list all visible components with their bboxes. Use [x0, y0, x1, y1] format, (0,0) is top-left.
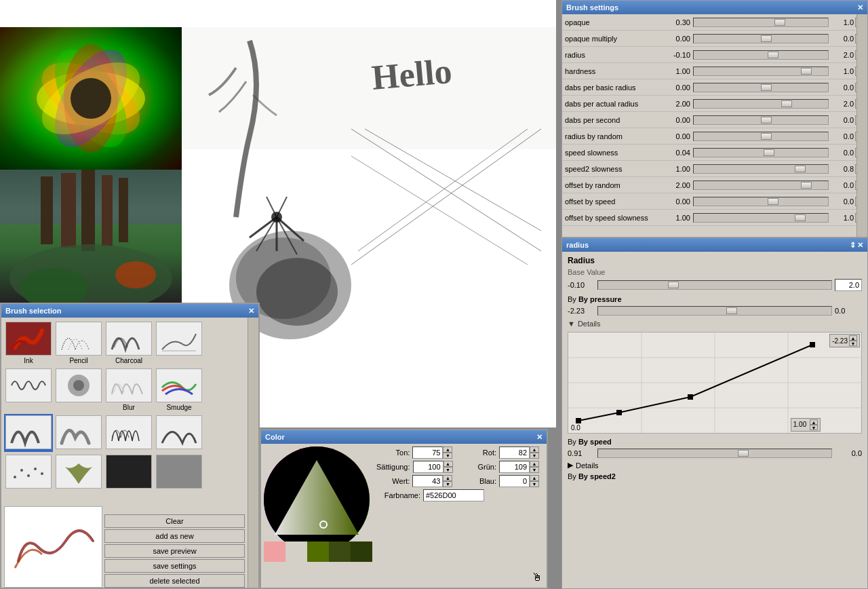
- wert-spin-up[interactable]: ▲: [443, 475, 452, 481]
- blau-spinner[interactable]: ▲ ▼: [530, 475, 539, 487]
- details-toggle[interactable]: ▼ Details: [568, 320, 862, 328]
- bs-radrand-thumb[interactable]: [761, 133, 772, 140]
- bs-speed2slow-slider[interactable]: [693, 164, 829, 174]
- brush-settings-scrollbar[interactable]: [856, 14, 867, 237]
- rot-spin-up[interactable]: ▲: [530, 446, 539, 453]
- bs-dabsbasic-slider[interactable]: [693, 83, 829, 92]
- sat-spin-down[interactable]: ▼: [443, 467, 453, 473]
- curve-area[interactable]: -2.23 ▲ ▼ 0.0 1.00 ▲ ▼: [568, 332, 862, 434]
- rot-spin-down[interactable]: ▼: [530, 453, 539, 459]
- brush-black-block[interactable]: [104, 453, 153, 491]
- blau-spin-down[interactable]: ▼: [530, 481, 539, 487]
- bs-speedslow-thumb[interactable]: [764, 149, 774, 156]
- bs-speedslow-slider[interactable]: [693, 148, 829, 157]
- brush-panel-close-icon[interactable]: ✕: [248, 307, 254, 316]
- swatch-4[interactable]: [329, 542, 351, 562]
- brush-gray-block[interactable]: [155, 453, 203, 491]
- bs-offrand-thumb[interactable]: [801, 182, 812, 189]
- brush-smudge[interactable]: Smudge: [155, 367, 203, 413]
- brush-wavy[interactable]: [4, 367, 53, 413]
- brush-charcoal[interactable]: Charcoal: [104, 320, 153, 366]
- speed-slider-thumb[interactable]: [738, 450, 749, 457]
- bs-opaque-slider[interactable]: [693, 18, 829, 27]
- save-settings-button[interactable]: save settings: [104, 559, 245, 573]
- radius-resize-icon[interactable]: ⇕: [850, 241, 856, 250]
- brush-round[interactable]: [54, 367, 103, 413]
- grun-input[interactable]: [499, 461, 530, 473]
- brush-ink[interactable]: Ink: [4, 320, 53, 366]
- sat-spin-up[interactable]: ▲: [443, 461, 453, 467]
- bs-offspeedslow-slider[interactable]: [693, 213, 829, 223]
- radius-base-right[interactable]: [835, 279, 862, 291]
- pressure-slider[interactable]: [597, 306, 832, 316]
- curve-spin-up[interactable]: ▲: [849, 335, 857, 341]
- blau-input[interactable]: [499, 475, 530, 487]
- swatch-1[interactable]: [264, 542, 285, 562]
- swatch-2[interactable]: [285, 542, 307, 562]
- bs-opmul-slider[interactable]: [693, 34, 829, 43]
- bs-radius-slider[interactable]: [693, 50, 829, 60]
- bs-opmul-thumb[interactable]: [761, 35, 772, 42]
- bs-offspeedslow-thumb[interactable]: [795, 214, 806, 221]
- bs-radrand-slider[interactable]: [693, 132, 829, 141]
- ton-spin-up[interactable]: ▲: [443, 446, 452, 453]
- wert-spinner[interactable]: ▲ ▼: [443, 475, 452, 487]
- curve-bottom-spin[interactable]: ▲ ▼: [810, 419, 818, 430]
- swatch-3[interactable]: [307, 542, 329, 562]
- sattigung-input[interactable]: [413, 461, 443, 473]
- bs-hardness-thumb[interactable]: [801, 68, 812, 75]
- brush-pencil[interactable]: Pencil: [54, 320, 103, 366]
- brush-scrollbar[interactable]: [248, 318, 258, 588]
- bs-dabssec-thumb[interactable]: [761, 117, 772, 124]
- grun-spin-up[interactable]: ▲: [530, 461, 539, 467]
- brush-unnamed-1[interactable]: [155, 320, 203, 366]
- bs-offspeed-thumb[interactable]: [768, 198, 778, 205]
- curve-spin-down[interactable]: ▼: [849, 341, 857, 346]
- clear-button[interactable]: Clear: [104, 514, 245, 528]
- radius-base-slider[interactable]: [597, 280, 832, 290]
- swatch-5[interactable]: [351, 542, 372, 562]
- grun-spin-down[interactable]: ▼: [530, 467, 539, 473]
- curve-spin[interactable]: ▲ ▼: [849, 335, 857, 346]
- ton-input[interactable]: [412, 446, 443, 459]
- bs-offrand-slider[interactable]: [693, 180, 829, 190]
- grun-spinner[interactable]: ▲ ▼: [530, 461, 539, 473]
- bs-dabsactual-slider[interactable]: [693, 99, 829, 109]
- eyedropper-icon[interactable]: 🖱: [532, 571, 542, 584]
- bs-dabsbasic-thumb[interactable]: [761, 84, 772, 91]
- brush-rough[interactable]: [155, 414, 203, 452]
- bs-radius-thumb[interactable]: [768, 52, 778, 58]
- brush-plant[interactable]: [54, 453, 103, 491]
- brush-blur[interactable]: Blur: [104, 367, 153, 413]
- brush-dotted[interactable]: [4, 453, 53, 491]
- bs-offspeed-slider[interactable]: [693, 197, 829, 206]
- bs-hardness-slider[interactable]: [693, 66, 829, 76]
- color-panel-close-icon[interactable]: ✕: [536, 433, 542, 442]
- radius-base-thumb[interactable]: [668, 282, 679, 288]
- color-wheel-area[interactable]: [264, 446, 372, 555]
- speed-slider[interactable]: [597, 449, 832, 458]
- pressure-thumb[interactable]: [726, 307, 737, 314]
- brush-scribble[interactable]: [104, 414, 153, 452]
- ton-spin-down[interactable]: ▼: [443, 453, 452, 459]
- delete-selected-button[interactable]: delete selected: [104, 574, 245, 588]
- blau-spin-up[interactable]: ▲: [530, 475, 539, 481]
- save-preview-button[interactable]: save preview: [104, 544, 245, 558]
- rot-spinner[interactable]: ▲ ▼: [530, 446, 539, 459]
- brush-charcoal-2[interactable]: [54, 414, 103, 452]
- curve-btm-down[interactable]: ▼: [810, 425, 818, 430]
- radius-close-icon[interactable]: ✕: [857, 241, 863, 250]
- farbname-input[interactable]: [423, 489, 484, 501]
- wert-input[interactable]: [412, 475, 443, 487]
- sat-spinner[interactable]: ▲ ▼: [443, 461, 453, 473]
- bs-opaque-thumb[interactable]: [774, 19, 785, 26]
- color-wheel[interactable]: [264, 446, 370, 552]
- brush-settings-close-icon[interactable]: ✕: [857, 3, 863, 12]
- speed-details-toggle[interactable]: ▶ Details: [568, 461, 862, 470]
- rot-input[interactable]: [499, 446, 530, 459]
- bs-dabsactual-thumb[interactable]: [781, 100, 792, 107]
- bs-dabssec-slider[interactable]: [693, 115, 829, 125]
- brush-selected-1[interactable]: [4, 414, 53, 452]
- bs-speed2slow-thumb[interactable]: [795, 166, 806, 172]
- ton-spinner[interactable]: ▲ ▼: [443, 446, 452, 459]
